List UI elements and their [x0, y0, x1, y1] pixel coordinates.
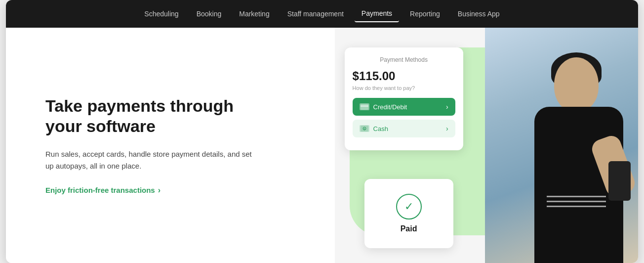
- nav-item-payments[interactable]: Payments: [355, 5, 399, 22]
- payment-how-pay: How do they want to pay?: [353, 85, 455, 91]
- payment-amount: $115.00: [353, 69, 455, 83]
- nav-item-scheduling[interactable]: Scheduling: [137, 6, 185, 22]
- credit-debit-chevron: ›: [446, 103, 448, 111]
- cta-arrow-icon: ›: [158, 186, 161, 195]
- right-panel: Payment Methods $115.00 How do they want…: [335, 28, 638, 263]
- person-head: [554, 57, 599, 112]
- hero-description: Run sales, accept cards, handle store pa…: [45, 148, 253, 172]
- stripe-2: [547, 201, 606, 202]
- hero-headline: Take payments through your software: [45, 96, 263, 136]
- cash-chevron: ›: [446, 125, 448, 132]
- person-photo: [485, 28, 638, 263]
- cash-option[interactable]: $ Cash ›: [353, 120, 455, 137]
- nav-item-reporting[interactable]: Reporting: [403, 6, 447, 22]
- cash-label: Cash: [373, 125, 388, 132]
- cash-left: $ Cash: [360, 125, 388, 132]
- credit-debit-option[interactable]: Credit/Debit ›: [353, 98, 455, 116]
- nav-item-business-app[interactable]: Business App: [451, 6, 507, 22]
- credit-debit-label: Credit/Debit: [373, 103, 407, 111]
- credit-debit-left: Credit/Debit: [360, 103, 407, 111]
- cta-link[interactable]: Enjoy friction-free transactions ›: [45, 186, 295, 195]
- browser-window: Scheduling Booking Marketing Staff manag…: [6, 0, 638, 263]
- nav-item-staff-management[interactable]: Staff management: [281, 6, 351, 22]
- stripe-3: [547, 206, 606, 207]
- payment-methods-card: Payment Methods $115.00 How do they want…: [345, 47, 463, 150]
- paid-label: Paid: [401, 224, 417, 233]
- nav-item-booking[interactable]: Booking: [190, 6, 229, 22]
- main-content: Take payments through your software Run …: [6, 28, 638, 263]
- payment-card-title: Payment Methods: [353, 56, 455, 63]
- check-circle-icon: ✓: [396, 194, 422, 219]
- left-panel: Take payments through your software Run …: [6, 28, 335, 263]
- phone-in-hand: [608, 161, 631, 201]
- stripe-1: [547, 196, 606, 197]
- top-navigation: Scheduling Booking Marketing Staff manag…: [6, 0, 638, 28]
- cash-icon: $: [360, 125, 369, 132]
- cta-text: Enjoy friction-free transactions: [45, 186, 155, 194]
- nav-item-marketing[interactable]: Marketing: [232, 6, 276, 22]
- paid-card: ✓ Paid: [364, 179, 453, 248]
- credit-card-icon: [360, 103, 369, 110]
- check-symbol: ✓: [404, 200, 413, 213]
- svg-rect-1: [361, 105, 368, 107]
